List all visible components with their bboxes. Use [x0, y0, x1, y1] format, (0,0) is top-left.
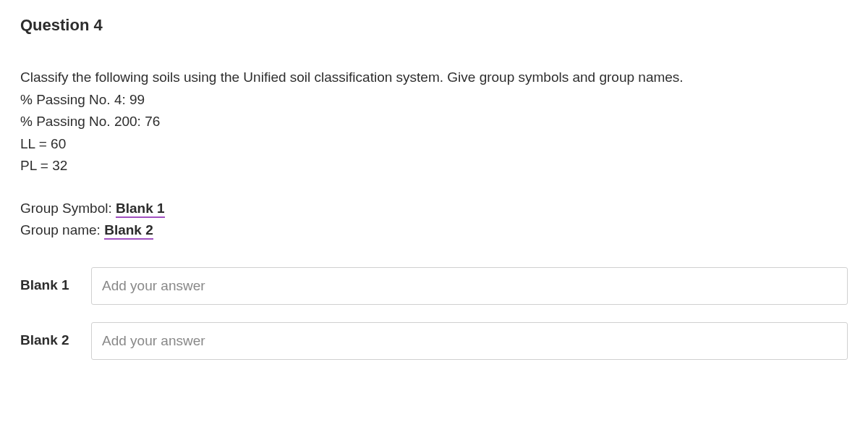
data-line: PL = 32: [20, 156, 848, 177]
blank2-label: Blank 2: [20, 330, 80, 351]
blank2-input[interactable]: [91, 322, 848, 360]
blank1-label: Blank 1: [20, 275, 80, 296]
group-symbol-prefix: Group Symbol:: [20, 201, 116, 216]
blank1-input[interactable]: [91, 267, 848, 305]
question-data-block: % Passing No. 4: 99 % Passing No. 200: 7…: [20, 90, 848, 177]
question-instruction: Classify the following soils using the U…: [20, 67, 848, 88]
data-line: % Passing No. 200: 76: [20, 112, 848, 132]
blank-1-marker: Blank 1: [116, 201, 165, 218]
group-symbol-line: Group Symbol: Blank 1: [20, 198, 848, 219]
data-line: LL = 60: [20, 134, 848, 155]
group-name-line: Group name: Blank 2: [20, 220, 848, 241]
question-body: Classify the following soils using the U…: [20, 67, 848, 241]
answer-row-blank1: Blank 1: [20, 267, 848, 305]
blank-2-marker: Blank 2: [104, 222, 153, 240]
answer-row-blank2: Blank 2: [20, 322, 848, 360]
data-line: % Passing No. 4: 99: [20, 90, 848, 111]
group-name-prefix: Group name:: [20, 222, 104, 237]
blank-label-block: Group Symbol: Blank 1 Group name: Blank …: [20, 198, 848, 241]
question-title: Question 4: [20, 13, 848, 37]
